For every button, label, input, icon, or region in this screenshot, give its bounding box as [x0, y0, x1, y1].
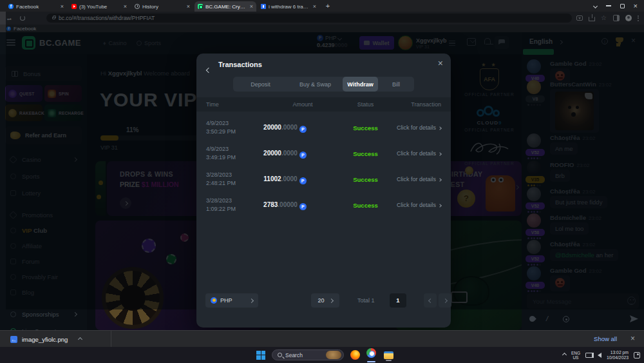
details-link[interactable]: Click for details [397, 202, 441, 208]
details-link[interactable]: Click for details [397, 124, 441, 131]
tab-label: History [142, 4, 184, 10]
window-controls: × [594, 0, 641, 12]
modal-title: Transactions [218, 61, 262, 68]
transaction-amount: 11002.0000P [232, 175, 338, 184]
details-link[interactable]: Click for details [397, 176, 441, 182]
firefox-icon[interactable] [350, 350, 360, 360]
tab-withdraw[interactable]: Withdraw [343, 77, 378, 92]
status-badge: Success [338, 202, 393, 209]
search-highlight-image[interactable] [326, 351, 341, 359]
taskbar-clock[interactable]: 13:02 pm10/04/2023 [607, 350, 629, 360]
chevron-right-icon [249, 298, 254, 302]
status-badge: Success [338, 124, 393, 132]
start-button[interactable] [256, 351, 265, 360]
tab-history[interactable]: History × [131, 1, 193, 12]
new-tab-button[interactable]: + [323, 2, 332, 11]
table-row[interactable]: 4/9/20233:49:19 PM 20000.0000P Success C… [196, 141, 451, 167]
bcgame-favicon [198, 4, 203, 9]
speaker-icon[interactable] [598, 353, 601, 358]
windows-taskbar: Search ENGUS 13:02 pm10/04/2023 [0, 347, 644, 363]
status-badge: Success [338, 176, 393, 183]
chevron-right-icon [328, 298, 333, 302]
notification-center-icon[interactable] [634, 352, 640, 358]
status-badge: Success [338, 150, 393, 157]
language-indicator[interactable]: ENGUS [571, 351, 580, 360]
chrome-icon [366, 348, 376, 358]
tab-facebook[interactable]: f Facebook × [5, 1, 67, 12]
history-favicon [135, 4, 140, 9]
modal-footer: PHP 20 Total 1 1 [196, 293, 451, 309]
tab-close-icon[interactable]: × [61, 4, 64, 10]
show-all-downloads-link[interactable]: Show all [594, 335, 617, 342]
download-bar: image_yfiolc.png Show all × [0, 330, 644, 347]
search-placeholder: Search [285, 352, 323, 358]
table-row[interactable]: 3/28/20232:48:21 PM 11002.0000P Success … [196, 167, 451, 193]
column-time: Time [196, 101, 267, 108]
current-page[interactable]: 1 [390, 293, 406, 308]
tab-deposit[interactable]: Deposit [233, 77, 288, 92]
back-icon[interactable] [207, 63, 211, 75]
tab-label: Facebook [16, 4, 58, 10]
transactions-tabs: Deposit Buy & Swap Withdraw Bill [233, 77, 414, 92]
tab-label: i withdraw 6 transaction 3 of the [269, 4, 310, 10]
page-size-select[interactable]: 20 [311, 293, 339, 308]
tab-youtube[interactable]: (3) YouTube × [68, 1, 130, 12]
tab-bill[interactable]: Bill [378, 77, 414, 92]
table-row[interactable]: 4/9/20233:50:29 PM 20000.0000P Success C… [196, 115, 451, 141]
tab-close-icon[interactable]: × [187, 4, 190, 10]
php-coin-icon: P [299, 203, 307, 210]
next-page-button[interactable] [439, 293, 451, 308]
file-explorer-icon[interactable] [384, 351, 393, 359]
transaction-amount: 20000.0000P [232, 150, 338, 159]
hidden-icons-chevron[interactable] [562, 353, 567, 357]
chrome-taskbar-item[interactable] [366, 348, 377, 362]
currency-filter-select[interactable]: PHP [205, 293, 258, 308]
facebook-favicon: f [8, 4, 14, 9]
chevron-up-icon[interactable] [78, 337, 82, 341]
tab-withdraw-doc[interactable]: i withdraw 6 transaction 3 of the × [258, 1, 319, 12]
download-filename: image_yfiolc.png [22, 336, 68, 343]
transaction-amount: 20000.0000P [232, 124, 338, 133]
divider [111, 331, 111, 348]
screen: f Facebook × (3) YouTube × History × BC.… [0, 0, 644, 363]
browser-toolbar: ← → bc.co/#/transactions/withdraw/PHPFIA… [0, 12, 644, 25]
transaction-amount: 2783.00000P [232, 201, 338, 210]
youtube-favicon [71, 4, 77, 9]
prev-page-button[interactable] [424, 293, 437, 308]
minimize-icon[interactable] [606, 5, 611, 6]
currency-label: PHP [220, 297, 232, 304]
modal-close-icon[interactable]: × [438, 58, 443, 68]
close-window-icon[interactable]: × [634, 3, 638, 9]
tab-close-icon[interactable]: × [124, 4, 127, 10]
tab-label: BC.GAME: Crypto Casino Games [205, 4, 247, 10]
php-coin-icon: P [299, 152, 307, 159]
image-file-icon [10, 336, 17, 343]
table-row[interactable]: 3/28/20231:09:22 PM 2783.00000P Success … [196, 193, 451, 219]
search-icon [278, 353, 282, 357]
maximize-icon[interactable] [620, 4, 625, 8]
column-transaction: Transaction [393, 101, 451, 108]
tab-close-icon[interactable]: × [313, 4, 316, 10]
download-bar-close-icon[interactable]: × [630, 334, 635, 343]
active-app-indicator [367, 361, 375, 362]
browser-tab-strip: f Facebook × (3) YouTube × History × BC.… [0, 0, 644, 12]
bcgame-page: BC.GAME ♦ Casino Sports P PHP 0.42390000 [0, 32, 644, 330]
php-coin-icon [211, 297, 217, 304]
column-status: Status [338, 101, 393, 108]
system-tray: ENGUS 13:02 pm10/04/2023 [563, 347, 640, 363]
total-count: Total 1 [357, 297, 375, 304]
download-item[interactable]: image_yfiolc.png [5, 333, 87, 346]
document-favicon [261, 4, 266, 9]
column-amount: Amount [267, 101, 338, 108]
page-size-value: 20 [317, 297, 324, 304]
tab-close-icon[interactable]: × [250, 4, 253, 10]
active-app-indicator [386, 360, 392, 361]
tab-search-icon[interactable] [593, 3, 598, 8]
details-link[interactable]: Click for details [397, 150, 441, 157]
tab-buy-swap[interactable]: Buy & Swap [288, 77, 343, 92]
tab-label: (3) YouTube [79, 4, 121, 10]
php-coin-icon: P [299, 126, 307, 133]
table-header: Time Amount Status Transaction [196, 97, 451, 112]
tab-bcgame-active[interactable]: BC.GAME: Crypto Casino Games × [194, 1, 256, 12]
taskbar-search[interactable]: Search [272, 349, 344, 360]
